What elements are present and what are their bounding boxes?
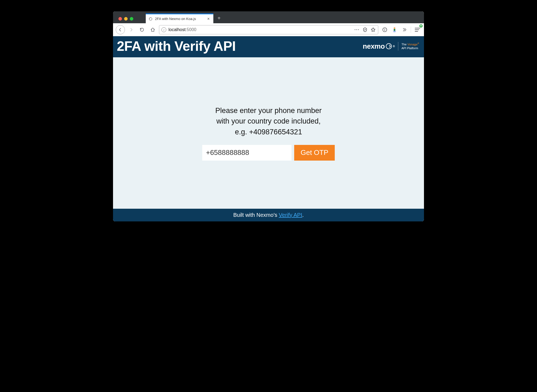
address-bar[interactable]: i localhost:5000 ··· [159,25,378,34]
instruction-line-2: with your country code included, [216,117,321,125]
tab-strip: 2FA with Nexmo on Koa.js × + [113,11,424,23]
forward-button[interactable] [127,25,136,34]
phone-number-input[interactable] [202,145,291,161]
hamburger-icon [415,28,420,32]
browser-tab[interactable]: 2FA with Nexmo on Koa.js × [146,14,213,23]
tab-title: 2FA with Nexmo on Koa.js [155,17,204,21]
svg-rect-5 [394,29,395,31]
tagline-pre: The [402,43,407,46]
close-window-button[interactable] [118,17,122,21]
extension-person-icon[interactable] [391,26,398,34]
minimize-window-button[interactable] [124,17,128,21]
address-text: localhost:5000 [168,27,352,32]
brand-name: nexmo [363,42,385,51]
page: 2FA with Verify API nexmo ® The Vonage® … [113,36,424,221]
tab-close-button[interactable]: × [206,17,211,21]
main-content: Please enter your phone number with your… [113,57,424,209]
tab-favicon-icon [148,17,153,21]
brand-registered-icon: ® [393,45,395,48]
svg-point-4 [394,27,395,29]
svg-rect-3 [384,28,385,29]
extension-info-icon[interactable] [381,26,389,34]
page-actions-icon[interactable]: ··· [354,27,360,32]
reader-mode-icon[interactable] [362,27,368,32]
page-footer: Built with Nexmo's Verify API. [113,209,424,221]
app-menu-button[interactable] [414,26,421,34]
svg-rect-2 [384,29,385,31]
page-header: 2FA with Verify API nexmo ® The Vonage® … [113,36,424,57]
brand-separator [398,42,398,51]
browser-toolbar: i localhost:5000 ··· [113,23,424,36]
maximize-window-button[interactable] [130,17,133,21]
tagline-accent: Vonage [407,43,417,46]
address-host: localhost [168,27,185,32]
tagline-accent-reg: ® [417,42,419,45]
back-button[interactable] [116,25,125,34]
new-tab-button[interactable]: + [215,14,223,22]
toolbar-separator [411,26,411,33]
traffic-lights [117,17,135,23]
instruction-text: Please enter your phone number with your… [215,105,321,137]
page-title: 2FA with Verify API [117,38,236,54]
tagline-post: API Platform [402,46,418,50]
brand: nexmo ® The Vonage® API Platform [363,42,419,51]
instruction-line-3: e.g. +409876654321 [235,128,302,136]
svg-rect-7 [395,31,395,32]
get-otp-button[interactable]: Get OTP [294,145,335,161]
overflow-menu-icon[interactable] [400,26,408,34]
svg-rect-6 [394,31,394,32]
toolbar-right [380,26,421,34]
site-info-icon[interactable]: i [161,27,166,32]
brand-tagline: The Vonage® API Platform [402,42,419,50]
footer-suffix: . [302,212,304,218]
browser-window: 2FA with Nexmo on Koa.js × + i localhost… [113,11,424,221]
svg-point-0 [149,17,152,20]
notification-badge-icon [419,24,423,28]
brand-logo: nexmo ® [363,42,395,51]
home-button[interactable] [148,25,157,34]
instruction-line-1: Please enter your phone number [215,107,321,115]
reload-button[interactable] [137,25,147,34]
footer-prefix: Built with Nexmo's [233,212,279,218]
bookmark-star-icon[interactable] [370,27,376,32]
address-port: :5000 [185,27,196,32]
brand-arrow-icon [386,43,392,49]
footer-verify-api-link[interactable]: Verify API [279,212,302,218]
phone-form: Get OTP [202,145,335,161]
